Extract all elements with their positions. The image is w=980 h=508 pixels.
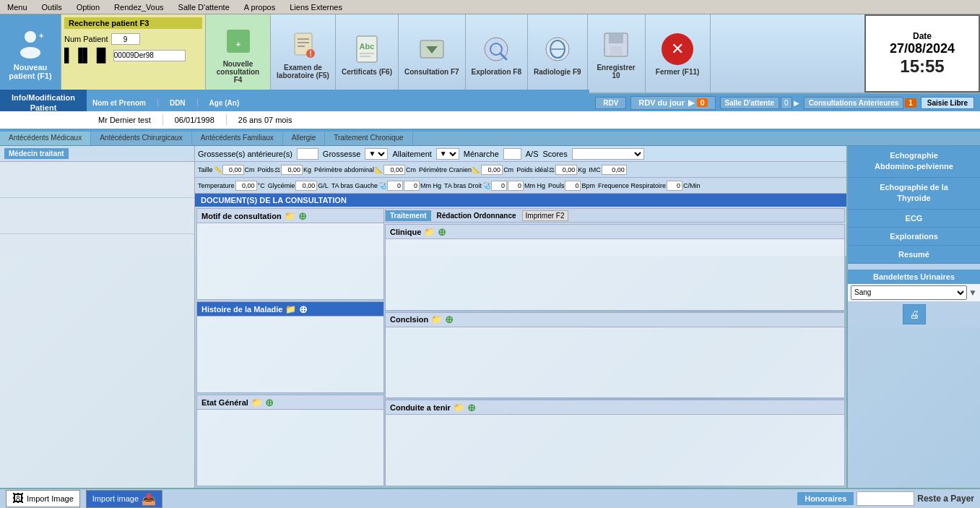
etat-folder-icon[interactable]: 📁 <box>251 397 262 408</box>
bandelettes-select[interactable]: Sang <box>851 285 967 300</box>
perim-abd-input[interactable] <box>383 165 405 175</box>
poids-ideal-input[interactable] <box>555 165 577 175</box>
time-value: 15:55 <box>900 56 944 77</box>
radiologie-button[interactable]: Radiologie F9 <box>528 14 588 92</box>
histoire-body <box>197 317 383 392</box>
echographie-thyroide-button[interactable]: Echographie de la Thyroide <box>848 178 980 210</box>
menu-item-menu[interactable]: Menu <box>0 1 35 13</box>
conclusion-folder-icon[interactable]: 📁 <box>431 314 442 324</box>
temp-unit: °C <box>258 182 265 189</box>
temp-measure: Temperature °C <box>198 181 265 191</box>
freq-resp-measure: Frequence Respiratoire C/Min <box>598 181 701 191</box>
bandelettes-print-button[interactable]: 🖨 <box>903 304 926 324</box>
num-patient-input[interactable] <box>111 33 140 45</box>
poids-ideal-unit: Kg <box>578 166 586 173</box>
enregistrer-button[interactable]: Enregistrer10 <box>588 14 646 92</box>
pouls-input[interactable] <box>565 181 581 191</box>
freq-resp-input[interactable] <box>667 181 682 191</box>
svg-point-0 <box>25 31 36 43</box>
honoraires-input[interactable] <box>857 491 914 506</box>
medecin-traitant-button[interactable]: Médecin traitant <box>4 148 69 159</box>
histoire-folder-icon[interactable]: 📁 <box>285 304 296 314</box>
ta-g-input1[interactable] <box>387 181 403 191</box>
menu-item-apropos[interactable]: A propos <box>237 1 282 13</box>
traitement-tab[interactable]: Traitement <box>386 210 431 221</box>
taille-icon: 📏 <box>214 166 222 173</box>
tab-traitement-chronique[interactable]: Traitement Chronique <box>325 132 412 145</box>
age-label: Age (An) <box>209 99 240 107</box>
menu-item-rendezvous[interactable]: Rendez_Vous <box>107 1 171 13</box>
conclusion-add-icon[interactable]: ⊕ <box>445 314 454 325</box>
tab-allergie[interactable]: Allergie <box>283 132 325 145</box>
grossesse-select[interactable]: ▼ <box>365 148 388 160</box>
import-image2-button[interactable]: Import image 📤 <box>86 490 162 508</box>
scores-select[interactable] <box>572 148 644 160</box>
import-image1-button[interactable]: 🖼 Import Image <box>6 490 80 507</box>
poids-input[interactable] <box>281 165 303 175</box>
echographie-abd-button[interactable]: Echographie Abdomino-pelvienne <box>848 146 980 178</box>
left-panel: Médecin traitant <box>0 146 195 488</box>
glyc-unit: G/L <box>318 182 329 189</box>
imprimer-btn[interactable]: Imprimer F2 <box>522 210 568 221</box>
fermer-button[interactable]: ✕ Fermer (F11) <box>646 14 711 92</box>
motif-folder-icon[interactable]: 📁 <box>285 211 295 221</box>
examens-button[interactable]: ! Examen delaboratoire (F5) <box>271 14 336 92</box>
ta-g-input2[interactable] <box>404 181 420 191</box>
recherche-patient-button[interactable]: Recherche patient F3 <box>64 17 202 29</box>
imc-input[interactable] <box>602 165 627 175</box>
bandelettes-dropdown-icon[interactable]: ▼ <box>968 288 977 298</box>
clinique-add-icon[interactable]: ⊕ <box>438 226 446 238</box>
conduite-folder-icon[interactable]: 📁 <box>454 402 464 413</box>
svg-point-1 <box>20 47 40 59</box>
exploration-label: Exploration F8 <box>472 68 521 76</box>
menu-item-option[interactable]: Option <box>69 1 107 13</box>
ta-droit-measure: TA bras Droit 🩺 Mm Hg <box>444 181 545 191</box>
saisie-libre-button[interactable]: Saisie Libre <box>921 97 974 109</box>
ordonnance-btn[interactable]: Rédaction Ordonnance <box>433 210 521 221</box>
temp-input[interactable] <box>235 181 257 191</box>
menu-item-liens[interactable]: Liens Externes <box>282 1 350 13</box>
perim-cran-input[interactable] <box>481 165 503 175</box>
ecg-button[interactable]: ECG <box>848 210 980 228</box>
tab-antecedents-medicaux[interactable]: Antécédents Médicaux <box>0 132 91 145</box>
perim-cran-unit: Cm <box>503 166 513 173</box>
etat-body <box>197 410 383 486</box>
barcode-input[interactable] <box>113 50 186 61</box>
conduite-add-icon[interactable]: ⊕ <box>467 402 476 413</box>
motif-add-icon[interactable]: ⊕ <box>298 210 307 222</box>
patient-nom-value: Mr Dernier test <box>87 114 163 126</box>
conclusion-title: Conclsion 📁 ⊕ <box>386 313 844 327</box>
tab-antecedents-chirurgicaux[interactable]: Antécédents Chirurgicaux <box>91 132 192 145</box>
ta-droit-icon: 🩺 <box>482 182 490 189</box>
honoraires-button[interactable]: Honoraires <box>797 492 854 505</box>
nouvelle-consultation-button[interactable]: + NouvelleconsultationF4 <box>206 14 271 92</box>
menu-item-outils[interactable]: Outils <box>35 1 69 13</box>
etat-add-icon[interactable]: ⊕ <box>265 397 274 408</box>
ta-d-input1[interactable] <box>491 181 507 191</box>
rdv-du-jour-button[interactable]: RDV du jour ▶ 0 <box>630 96 715 110</box>
explorations-button[interactable]: Explorations <box>848 228 980 246</box>
poids-ideal-measure: Poids idéal ⚖ Kg <box>516 165 586 175</box>
poids-ideal-icon: ⚖ <box>549 166 555 173</box>
menarche-input[interactable] <box>503 148 521 160</box>
conclusion-body <box>386 327 844 398</box>
clinique-folder-icon[interactable]: 📁 <box>424 227 435 237</box>
tab-antecedents-familiaux[interactable]: Antécédents Familiaux <box>192 132 283 145</box>
perim-cran-measure: Périmètre Cranien 📐 Cm <box>419 165 513 175</box>
nouveau-patient-button[interactable]: + Nouveaupatient (F1) <box>0 14 61 92</box>
menu-item-salle[interactable]: Salle D'attente <box>171 1 237 13</box>
histoire-add-icon[interactable]: ⊕ <box>299 303 308 315</box>
scores-label: Scores <box>542 150 567 158</box>
glyc-input[interactable] <box>295 181 317 191</box>
rdv-button[interactable]: RDV <box>595 97 626 109</box>
resume-button[interactable]: Resumé <box>848 246 980 264</box>
main-area: Médecin traitant Grossesse(s) antérieure… <box>0 146 980 488</box>
grossesse-ant-input[interactable] <box>297 148 318 160</box>
exploration-button[interactable]: Exploration F8 <box>466 14 528 92</box>
taille-input[interactable] <box>222 165 244 175</box>
certificats-button[interactable]: Abc Certificats (F6) <box>336 14 399 92</box>
ta-d-input2[interactable] <box>508 181 524 191</box>
allaitement-select[interactable]: ▼ <box>436 148 459 160</box>
consultation-button[interactable]: Consultation F7 <box>399 14 466 92</box>
poids-label: Poids <box>258 166 274 173</box>
